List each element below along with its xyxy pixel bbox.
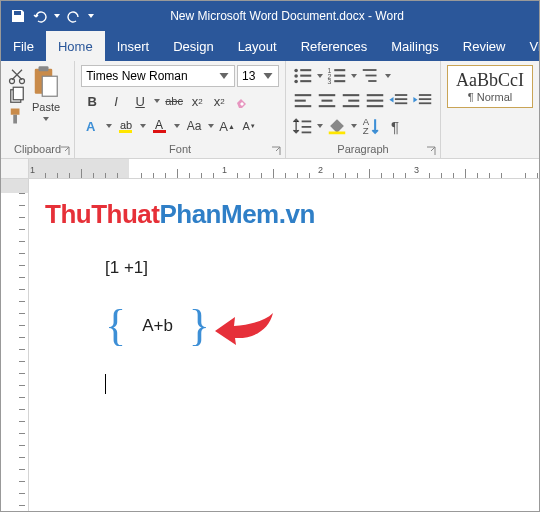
style-normal[interactable]: AaBbCcI ¶ Normal xyxy=(447,65,533,108)
paragraph-group-label: Paragraph xyxy=(286,142,440,158)
font-name-combo[interactable]: Times New Roman xyxy=(81,65,235,87)
shading-icon[interactable] xyxy=(326,115,348,137)
redo-icon[interactable] xyxy=(65,7,83,25)
svg-rect-6 xyxy=(42,76,57,96)
text-effects-icon[interactable]: A xyxy=(81,115,103,137)
multilevel-dropdown-icon[interactable] xyxy=(384,72,392,80)
subscript-button[interactable]: x2 xyxy=(187,90,207,112)
document-page[interactable]: ThuThuatPhanMem.vn [1 +1] { A+b } xyxy=(29,179,539,511)
svg-rect-34 xyxy=(348,100,359,102)
paste-icon[interactable] xyxy=(31,65,61,99)
tab-insert[interactable]: Insert xyxy=(105,31,162,61)
paste-dropdown-icon[interactable] xyxy=(42,115,50,123)
styles-group-label xyxy=(441,142,539,158)
svg-rect-3 xyxy=(13,87,23,100)
font-group-label: Font xyxy=(75,142,285,158)
numbering-dropdown-icon[interactable] xyxy=(350,72,358,80)
font-color-dropdown-icon[interactable] xyxy=(173,122,181,130)
numbering-icon[interactable]: 123 xyxy=(326,65,348,87)
justify-icon[interactable] xyxy=(364,90,386,112)
bold-button[interactable]: B xyxy=(81,90,103,112)
svg-point-12 xyxy=(294,69,298,73)
line-spacing-dropdown-icon[interactable] xyxy=(316,122,324,130)
tab-references[interactable]: References xyxy=(289,31,379,61)
svg-rect-48 xyxy=(329,132,346,135)
format-painter-icon[interactable] xyxy=(7,107,27,125)
bullets-dropdown-icon[interactable] xyxy=(316,72,324,80)
show-marks-icon[interactable]: ¶ xyxy=(384,115,406,137)
align-right-icon[interactable] xyxy=(340,90,362,112)
font-size-dropdown-icon[interactable] xyxy=(262,70,274,82)
svg-rect-31 xyxy=(322,100,333,102)
shrink-font-icon[interactable]: A▼ xyxy=(239,115,259,137)
title-bar: New Microsoft Word Document.docx - Word xyxy=(1,1,539,31)
tab-view[interactable]: View xyxy=(517,31,540,61)
doc-line-1: [1 +1] xyxy=(105,258,509,278)
copy-icon[interactable] xyxy=(7,87,27,105)
svg-rect-25 xyxy=(366,75,377,77)
grow-font-icon[interactable]: A▲ xyxy=(217,115,237,137)
font-size-combo[interactable]: 13 xyxy=(237,65,279,87)
change-case-dropdown-icon[interactable] xyxy=(207,122,215,130)
highlight-icon[interactable]: ab xyxy=(115,115,137,137)
ruler-vertical[interactable] xyxy=(1,179,29,511)
shading-dropdown-icon[interactable] xyxy=(350,122,358,130)
svg-rect-44 xyxy=(419,102,431,104)
strikethrough-button[interactable]: abc xyxy=(163,90,185,112)
tab-review[interactable]: Review xyxy=(451,31,518,61)
svg-rect-9 xyxy=(119,130,132,133)
line-spacing-icon[interactable] xyxy=(292,115,314,137)
svg-rect-39 xyxy=(395,94,407,96)
svg-rect-13 xyxy=(300,69,311,71)
bullets-icon[interactable] xyxy=(292,65,314,87)
text-effects-dropdown-icon[interactable] xyxy=(105,122,113,130)
clear-formatting-icon[interactable] xyxy=(231,90,253,112)
tab-mailings[interactable]: Mailings xyxy=(379,31,451,61)
paste-label[interactable]: Paste xyxy=(32,101,60,113)
font-dialog-icon[interactable] xyxy=(271,146,281,156)
svg-rect-45 xyxy=(302,121,312,123)
ruler-horizontal[interactable]: 21123 xyxy=(1,159,539,179)
window-title: New Microsoft Word Document.docx - Word xyxy=(95,9,539,23)
tab-design[interactable]: Design xyxy=(161,31,225,61)
align-center-icon[interactable] xyxy=(316,90,338,112)
callout-arrow-icon xyxy=(215,311,275,351)
svg-text:ab: ab xyxy=(120,119,132,131)
increase-indent-icon[interactable] xyxy=(412,90,434,112)
save-icon[interactable] xyxy=(9,7,27,25)
multilevel-list-icon[interactable] xyxy=(360,65,382,87)
svg-text:Z: Z xyxy=(363,125,369,136)
decrease-indent-icon[interactable] xyxy=(388,90,410,112)
ribbon: Paste Clipboard Times New Roman 13 xyxy=(1,61,539,159)
underline-dropdown-icon[interactable] xyxy=(153,97,161,105)
undo-icon[interactable] xyxy=(31,7,49,25)
change-case-button[interactable]: Aa xyxy=(183,115,205,137)
paragraph-dialog-icon[interactable] xyxy=(426,146,436,156)
left-brace-icon: { xyxy=(105,304,126,348)
watermark: ThuThuatPhanMem.vn xyxy=(45,199,509,230)
italic-button[interactable]: I xyxy=(105,90,127,112)
superscript-button[interactable]: x2 xyxy=(209,90,229,112)
font-color-icon[interactable]: A xyxy=(149,115,171,137)
tab-home[interactable]: Home xyxy=(46,31,105,61)
font-name-dropdown-icon[interactable] xyxy=(218,70,230,82)
svg-rect-38 xyxy=(367,105,384,107)
svg-rect-26 xyxy=(368,80,376,82)
underline-button[interactable]: U xyxy=(129,90,151,112)
qat-customize-icon[interactable] xyxy=(87,12,95,20)
svg-rect-19 xyxy=(334,69,345,71)
svg-text:A: A xyxy=(155,118,163,132)
svg-rect-42 xyxy=(419,94,431,96)
sort-icon[interactable]: AZ xyxy=(360,115,382,137)
clipboard-dialog-icon[interactable] xyxy=(60,146,70,156)
undo-dropdown-icon[interactable] xyxy=(53,12,61,20)
svg-rect-37 xyxy=(367,100,384,102)
svg-rect-40 xyxy=(395,98,407,100)
tab-layout[interactable]: Layout xyxy=(226,31,289,61)
align-left-icon[interactable] xyxy=(292,90,314,112)
highlight-dropdown-icon[interactable] xyxy=(139,122,147,130)
tab-file[interactable]: File xyxy=(1,31,46,61)
svg-rect-23 xyxy=(334,80,345,82)
cut-icon[interactable] xyxy=(7,67,27,85)
svg-rect-35 xyxy=(343,105,360,107)
